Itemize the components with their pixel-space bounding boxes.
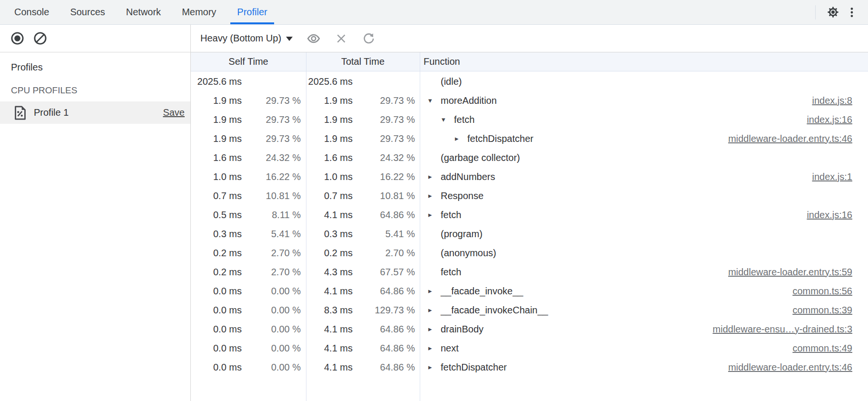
- self-time-percent: 0.00 %: [242, 305, 306, 316]
- source-location-link[interactable]: middleware-loader.entry.ts:59: [728, 267, 868, 278]
- self-time-cell: 2025.6 ms: [191, 72, 306, 91]
- total-time-percent: 64.86 %: [353, 324, 420, 335]
- profile-table-row[interactable]: 0.0 ms 0.00 % 8.3 ms 129.73 % ▸ __facade…: [191, 301, 868, 320]
- expand-arrow-icon[interactable]: ▸: [455, 134, 467, 143]
- profile-table-row[interactable]: 0.0 ms 0.00 % 4.1 ms 64.86 % ▸ drainBody…: [191, 320, 868, 339]
- expand-arrow-icon[interactable]: ▸: [428, 363, 441, 371]
- self-time-ms: 0.0 ms: [191, 286, 242, 297]
- self-time-cell: 0.0 ms 0.00 %: [191, 358, 306, 377]
- total-time-cell: 1.9 ms 29.73 %: [306, 91, 420, 110]
- self-time-cell: 1.9 ms 29.73 %: [191, 129, 306, 148]
- save-profile-link[interactable]: Save: [163, 107, 185, 118]
- self-time-ms: 2025.6 ms: [191, 76, 242, 87]
- self-time-percent: 29.73 %: [242, 133, 306, 144]
- profile-list-item[interactable]: Profile 1 Save: [0, 101, 190, 124]
- profile-table-row[interactable]: 1.9 ms 29.73 % 1.9 ms 29.73 % ▸ fetchDis…: [191, 129, 868, 148]
- profile-table-row[interactable]: 0.7 ms 10.81 % 0.7 ms 10.81 % ▸ Response: [191, 186, 868, 205]
- function-name: fetchDispatcher: [441, 362, 507, 373]
- profile-table-row[interactable]: 0.5 ms 8.11 % 4.1 ms 64.86 % ▸ fetch ind…: [191, 205, 868, 224]
- self-time-cell: 1.9 ms 29.73 %: [191, 110, 306, 129]
- profile-table-row[interactable]: 1.9 ms 29.73 % 1.9 ms 29.73 % ▾ moreAddi…: [191, 91, 868, 110]
- total-time-percent: 10.81 %: [353, 190, 420, 201]
- total-time-cell: 4.3 ms 67.57 %: [306, 262, 420, 281]
- source-location-link[interactable]: middleware-ensu…y-drained.ts:3: [713, 324, 868, 335]
- total-time-ms: 4.1 ms: [306, 286, 353, 297]
- function-name: fetch: [441, 210, 461, 221]
- expand-arrow-icon[interactable]: ▸: [428, 344, 441, 352]
- source-location-link[interactable]: index.js:8: [812, 95, 868, 106]
- total-time-ms: 0.2 ms: [306, 248, 353, 259]
- expand-arrow-icon[interactable]: ▸: [428, 191, 441, 200]
- tab-network[interactable]: Network: [116, 0, 171, 24]
- self-time-cell: 1.0 ms 16.22 %: [191, 167, 306, 186]
- tab-memory[interactable]: Memory: [171, 0, 227, 24]
- column-header-function[interactable]: Function: [420, 56, 868, 67]
- profile-table-row[interactable]: 1.9 ms 29.73 % 1.9 ms 29.73 % ▾ fetch in…: [191, 110, 868, 129]
- function-cell: ▸ fetch index.js:16: [420, 205, 868, 224]
- function-cell: ▸ __facade_invokeChain__ common.ts:39: [420, 301, 868, 320]
- profile-table-row[interactable]: 0.2 ms 2.70 % 0.2 ms 2.70 % (anonymous): [191, 243, 868, 262]
- profile-table-row[interactable]: 1.0 ms 16.22 % 1.0 ms 16.22 % ▸ addNumbe…: [191, 167, 868, 186]
- total-time-ms: 0.3 ms: [306, 229, 353, 240]
- self-time-cell: 0.0 ms 0.00 %: [191, 320, 306, 339]
- total-time-ms: 4.1 ms: [306, 210, 353, 221]
- expand-arrow-icon[interactable]: ▸: [428, 306, 441, 314]
- source-location-link[interactable]: middleware-loader.entry.ts:46: [728, 362, 868, 373]
- total-time-ms: 2025.6 ms: [306, 76, 353, 87]
- expand-arrow-icon[interactable]: ▾: [428, 96, 441, 105]
- self-time-ms: 0.2 ms: [191, 248, 242, 259]
- profile-table-row[interactable]: 1.6 ms 24.32 % 1.6 ms 24.32 % (garbage c…: [191, 148, 868, 167]
- view-mode-dropdown[interactable]: Heavy (Bottom Up): [197, 31, 296, 46]
- refresh-icon[interactable]: [359, 29, 378, 48]
- expand-arrow-icon[interactable]: ▸: [428, 211, 441, 219]
- visibility-eye-icon[interactable]: [304, 29, 323, 48]
- total-time-percent: 5.41 %: [353, 229, 420, 240]
- total-time-percent: 29.73 %: [353, 114, 420, 125]
- profile-table-row[interactable]: 0.2 ms 2.70 % 4.3 ms 67.57 % fetch middl…: [191, 262, 868, 281]
- profile-table-row[interactable]: 0.0 ms 0.00 % 4.1 ms 64.86 % ▸ fetchDisp…: [191, 358, 868, 377]
- self-time-percent: 5.41 %: [242, 229, 306, 240]
- more-vertical-icon[interactable]: [842, 3, 861, 22]
- record-icon[interactable]: [8, 29, 27, 48]
- clear-icon[interactable]: [30, 29, 49, 48]
- total-time-percent: 24.32 %: [353, 152, 420, 163]
- tab-sources[interactable]: Sources: [59, 0, 115, 24]
- total-time-cell: 0.7 ms 10.81 %: [306, 186, 420, 205]
- source-location-link[interactable]: common.ts:49: [792, 343, 868, 354]
- source-location-link[interactable]: index.js:16: [807, 210, 868, 221]
- tab-console[interactable]: Console: [4, 0, 59, 24]
- expand-arrow-icon[interactable]: ▸: [428, 325, 441, 333]
- tab-profiler[interactable]: Profiler: [227, 0, 277, 24]
- self-time-cell: 0.0 ms 0.00 %: [191, 339, 306, 358]
- grid-body: 2025.6 ms 2025.6 ms (idle) 1.9 ms 29.73 …: [191, 72, 868, 401]
- total-time-ms: 0.7 ms: [306, 190, 353, 201]
- expand-arrow-icon[interactable]: ▾: [442, 115, 454, 124]
- profile-table-row[interactable]: 2025.6 ms 2025.6 ms (idle): [191, 72, 868, 91]
- profile-table-row[interactable]: 0.0 ms 0.00 % 4.1 ms 64.86 % ▸ next comm…: [191, 339, 868, 358]
- source-location-link[interactable]: common.ts:39: [792, 305, 868, 316]
- settings-gear-icon[interactable]: [823, 3, 842, 22]
- total-time-cell: 8.3 ms 129.73 %: [306, 301, 420, 320]
- function-cell: ▸ Response: [420, 186, 868, 205]
- total-time-ms: 4.1 ms: [306, 343, 353, 354]
- total-time-cell: 4.1 ms 64.86 %: [306, 320, 420, 339]
- total-time-cell: 4.1 ms 64.86 %: [306, 205, 420, 224]
- source-location-link[interactable]: common.ts:56: [792, 286, 868, 297]
- self-time-ms: 0.3 ms: [191, 229, 242, 240]
- function-name: (anonymous): [441, 248, 496, 259]
- total-time-cell: 2025.6 ms: [306, 72, 420, 91]
- delete-x-icon[interactable]: [332, 29, 351, 48]
- self-time-cell: 0.3 ms 5.41 %: [191, 224, 306, 243]
- source-location-link[interactable]: index.js:16: [807, 114, 868, 125]
- source-location-link[interactable]: index.js:1: [812, 171, 868, 182]
- total-time-percent: 67.57 %: [353, 267, 420, 278]
- expand-arrow-icon[interactable]: ▸: [428, 172, 441, 181]
- profile-table-row[interactable]: 0.0 ms 0.00 % 4.1 ms 64.86 % ▸ __facade_…: [191, 281, 868, 301]
- profiler-toolbar: Heavy (Bottom Up): [0, 25, 868, 52]
- source-location-link[interactable]: middleware-loader.entry.ts:46: [728, 133, 868, 144]
- column-header-self-time[interactable]: Self Time: [191, 56, 306, 67]
- expand-arrow-icon[interactable]: ▸: [428, 287, 441, 295]
- column-header-total-time[interactable]: Total Time: [306, 56, 420, 67]
- profile-table-row[interactable]: 0.3 ms 5.41 % 0.3 ms 5.41 % (program): [191, 224, 868, 243]
- total-time-cell: 4.1 ms 64.86 %: [306, 281, 420, 301]
